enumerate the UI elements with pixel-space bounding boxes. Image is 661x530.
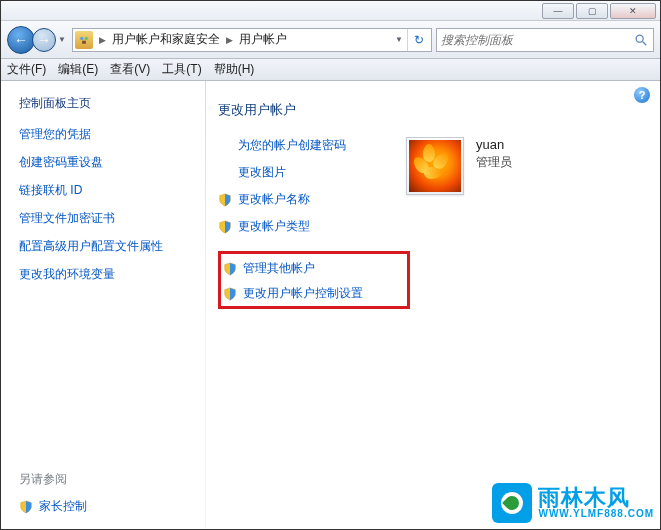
search-box[interactable] xyxy=(436,28,654,52)
watermark-cn: 雨林木风 xyxy=(538,487,654,509)
sidebar-link-env-vars[interactable]: 更改我的环境变量 xyxy=(19,266,187,283)
breadcrumb-item-1[interactable]: 用户帐户和家庭安全 xyxy=(112,31,220,48)
titlebar: — ▢ ✕ xyxy=(1,1,660,21)
address-dropdown[interactable]: ▼ xyxy=(393,31,405,49)
watermark-badge-icon xyxy=(492,483,532,523)
control-panel-home[interactable]: 控制面板主页 xyxy=(19,95,187,112)
action-change-type-label: 更改帐户类型 xyxy=(238,218,310,235)
action-manage-other-label: 管理其他帐户 xyxy=(243,260,315,277)
sidebar-parental-control[interactable]: 家长控制 xyxy=(19,498,187,515)
action-manage-other[interactable]: 管理其他帐户 xyxy=(223,260,403,277)
user-picture xyxy=(409,140,461,192)
watermark-logo: 雨林木风 WWW.YLMF888.COM xyxy=(492,483,654,523)
minimize-button[interactable]: — xyxy=(542,3,574,19)
action-change-picture[interactable]: 更改图片 xyxy=(238,164,388,181)
menu-view[interactable]: 查看(V) xyxy=(110,61,150,78)
shield-icon xyxy=(223,287,237,301)
nav-button-group: ← → ▼ xyxy=(7,26,68,54)
svg-line-4 xyxy=(643,41,647,45)
user-name: yuan xyxy=(476,137,512,152)
shield-icon xyxy=(218,193,232,207)
svg-point-1 xyxy=(85,36,88,39)
shield-icon xyxy=(223,262,237,276)
menu-tools[interactable]: 工具(T) xyxy=(162,61,201,78)
maximize-button[interactable]: ▢ xyxy=(576,3,608,19)
back-button[interactable]: ← xyxy=(7,26,35,54)
sidebar-link-credentials[interactable]: 管理您的凭据 xyxy=(19,126,187,143)
sidebar-link-encryption[interactable]: 管理文件加密证书 xyxy=(19,210,187,227)
see-also-label: 另请参阅 xyxy=(19,471,187,488)
action-list: 为您的帐户创建密码 更改图片 更改帐户名称 更改帐户类型 管理其他帐户 xyxy=(218,137,388,309)
sidebar-link-password-reset[interactable]: 创建密码重设盘 xyxy=(19,154,187,171)
action-change-name-label: 更改帐户名称 xyxy=(238,191,310,208)
action-create-password[interactable]: 为您的帐户创建密码 xyxy=(238,137,388,154)
parental-control-label: 家长控制 xyxy=(39,498,87,515)
navigation-bar: ← → ▼ ▶ 用户帐户和家庭安全 ▶ 用户帐户 ▼ ↻ xyxy=(1,21,660,59)
main-panel: ? 更改用户帐户 为您的帐户创建密码 更改图片 更改帐户名称 更改帐户类型 管理… xyxy=(206,81,660,529)
svg-point-3 xyxy=(636,35,643,42)
forward-button[interactable]: → xyxy=(32,28,56,52)
highlighted-box: 管理其他帐户 更改用户帐户控制设置 xyxy=(218,251,410,309)
breadcrumb-sep: ▶ xyxy=(226,35,233,45)
sidebar-link-profile[interactable]: 配置高级用户配置文件属性 xyxy=(19,238,187,255)
menu-help[interactable]: 帮助(H) xyxy=(214,61,255,78)
menu-edit[interactable]: 编辑(E) xyxy=(58,61,98,78)
action-change-name[interactable]: 更改帐户名称 xyxy=(218,191,388,208)
shield-icon xyxy=(19,500,33,514)
menu-bar: 文件(F) 编辑(E) 查看(V) 工具(T) 帮助(H) xyxy=(1,59,660,81)
search-input[interactable] xyxy=(441,33,633,47)
shield-icon xyxy=(218,220,232,234)
watermark-en: WWW.YLMF888.COM xyxy=(538,509,654,519)
action-uac-settings[interactable]: 更改用户帐户控制设置 xyxy=(223,285,403,302)
page-heading: 更改用户帐户 xyxy=(218,101,648,119)
help-button[interactable]: ? xyxy=(634,87,650,103)
action-change-type[interactable]: 更改帐户类型 xyxy=(218,218,388,235)
svg-rect-2 xyxy=(82,40,86,43)
refresh-button[interactable]: ↻ xyxy=(407,29,429,51)
sidebar: 控制面板主页 管理您的凭据 创建密码重设盘 链接联机 ID 管理文件加密证书 配… xyxy=(1,81,205,529)
search-icon[interactable] xyxy=(633,32,649,48)
action-uac-settings-label: 更改用户帐户控制设置 xyxy=(243,285,363,302)
history-dropdown[interactable]: ▼ xyxy=(56,31,68,49)
close-button[interactable]: ✕ xyxy=(610,3,656,19)
user-picture-frame[interactable] xyxy=(406,137,464,195)
user-role: 管理员 xyxy=(476,154,512,171)
address-bar[interactable]: ▶ 用户帐户和家庭安全 ▶ 用户帐户 ▼ ↻ xyxy=(72,28,432,52)
user-card: yuan 管理员 xyxy=(406,137,512,309)
sidebar-link-online-id[interactable]: 链接联机 ID xyxy=(19,182,187,199)
breadcrumb-sep: ▶ xyxy=(99,35,106,45)
breadcrumb-item-2[interactable]: 用户帐户 xyxy=(239,31,287,48)
content-area: 控制面板主页 管理您的凭据 创建密码重设盘 链接联机 ID 管理文件加密证书 配… xyxy=(1,81,660,529)
control-panel-icon xyxy=(75,31,93,49)
menu-file[interactable]: 文件(F) xyxy=(7,61,46,78)
svg-point-0 xyxy=(80,36,83,39)
